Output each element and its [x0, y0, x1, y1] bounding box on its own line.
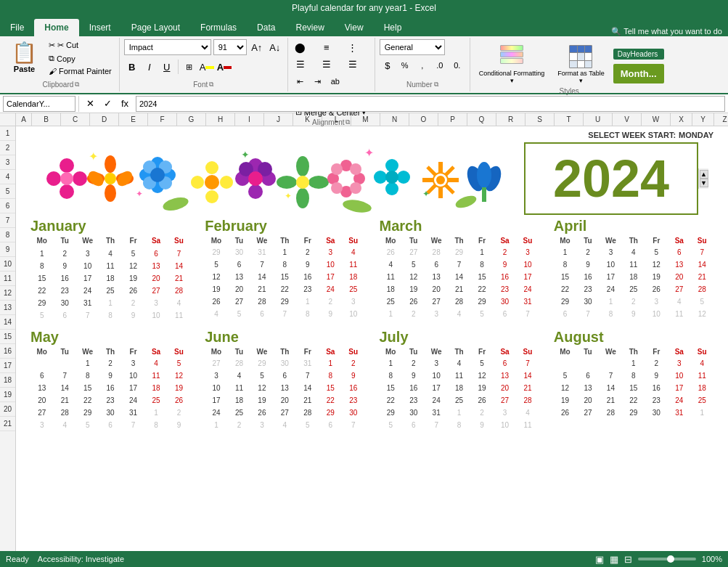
day-cell[interactable]: 4: [516, 407, 539, 419]
day-cell[interactable]: [53, 431, 75, 433]
day-cell[interactable]: 3: [342, 295, 364, 308]
font-expand-icon[interactable]: ⧉: [209, 81, 213, 89]
decrease-indent-button[interactable]: ⇤: [293, 73, 308, 89]
day-cell[interactable]: 18: [691, 382, 713, 394]
day-cell[interactable]: 27: [402, 246, 425, 258]
day-cell[interactable]: [691, 320, 713, 322]
zoom-slider[interactable]: [638, 558, 696, 560]
day-cell[interactable]: 13: [668, 258, 690, 271]
day-cell[interactable]: 6: [668, 246, 690, 258]
day-cell[interactable]: 24: [425, 394, 447, 407]
fill-color-button[interactable]: A: [199, 59, 215, 75]
day-cell[interactable]: [576, 420, 599, 422]
day-cell[interactable]: 11: [99, 260, 121, 272]
day-cell[interactable]: 6: [144, 248, 167, 260]
number-expand-icon[interactable]: ⧉: [434, 81, 438, 89]
day-cell[interactable]: 9: [402, 370, 425, 382]
day-cell[interactable]: 5: [380, 419, 402, 431]
day-cell[interactable]: 8: [600, 308, 622, 320]
day-cell[interactable]: 18: [380, 283, 402, 295]
day-cell[interactable]: 13: [144, 260, 167, 272]
day-cell[interactable]: 7: [296, 370, 319, 382]
day-cell[interactable]: 6: [425, 258, 447, 271]
day-cell[interactable]: 8: [319, 370, 342, 382]
day-cell[interactable]: 26: [250, 407, 273, 419]
day-cell[interactable]: 6: [554, 308, 576, 320]
day-cell[interactable]: 3: [144, 297, 167, 309]
day-cell[interactable]: 22: [554, 283, 576, 295]
day-cell[interactable]: [205, 320, 227, 322]
day-headers-style-button[interactable]: DayHeaders: [613, 49, 664, 60]
day-cell[interactable]: [554, 420, 576, 422]
day-cell[interactable]: 21: [168, 272, 190, 285]
day-cell[interactable]: 3: [516, 246, 539, 258]
day-cell[interactable]: [319, 431, 342, 433]
day-cell[interactable]: 8: [296, 308, 319, 320]
day-cell[interactable]: 1: [76, 357, 99, 370]
day-cell[interactable]: [470, 320, 493, 322]
day-cell[interactable]: 16: [576, 271, 599, 283]
day-cell[interactable]: 23: [576, 283, 599, 295]
day-cell[interactable]: 21: [600, 394, 622, 407]
day-cell[interactable]: 14: [168, 260, 190, 272]
day-cell[interactable]: 30: [402, 407, 425, 419]
day-cell[interactable]: [122, 431, 144, 433]
day-cell[interactable]: 8: [30, 260, 53, 272]
day-cell[interactable]: 8: [622, 370, 645, 382]
day-cell[interactable]: 7: [600, 370, 622, 382]
day-cell[interactable]: 29: [250, 357, 273, 370]
day-cell[interactable]: 5: [691, 295, 713, 308]
day-cell[interactable]: [645, 320, 668, 322]
day-cell[interactable]: 25: [99, 285, 121, 297]
font-size-select[interactable]: 91: [213, 39, 247, 55]
day-cell[interactable]: 9: [494, 258, 516, 271]
day-cell[interactable]: [576, 320, 599, 322]
day-cell[interactable]: 10: [494, 419, 516, 431]
number-format-select[interactable]: General: [380, 39, 445, 55]
day-cell[interactable]: 9: [53, 260, 75, 272]
day-cell[interactable]: 27: [205, 357, 227, 370]
day-cell[interactable]: 22: [622, 394, 645, 407]
day-cell[interactable]: [250, 431, 273, 433]
day-cell[interactable]: 12: [168, 370, 190, 382]
day-cell[interactable]: 28: [516, 394, 539, 407]
day-cell[interactable]: 27: [274, 407, 296, 419]
day-cell[interactable]: 8: [274, 258, 296, 271]
day-cell[interactable]: 28: [168, 285, 190, 297]
day-cell[interactable]: 10: [645, 308, 668, 320]
day-cell[interactable]: 1: [691, 407, 713, 419]
italic-button[interactable]: I: [142, 59, 158, 75]
day-cell[interactable]: 20: [576, 394, 599, 407]
day-cell[interactable]: 6: [274, 370, 296, 382]
align-left-button[interactable]: ☰: [293, 56, 308, 72]
format-as-table-button[interactable]: Format as Table ▾: [553, 42, 608, 87]
day-cell[interactable]: 3: [668, 357, 690, 370]
day-cell[interactable]: [554, 357, 576, 370]
day-cell[interactable]: 10: [76, 260, 99, 272]
day-cell[interactable]: 29: [622, 407, 645, 419]
day-cell[interactable]: [30, 431, 53, 433]
day-cell[interactable]: 21: [53, 394, 75, 407]
day-cell[interactable]: 5: [296, 419, 319, 431]
day-cell[interactable]: [99, 431, 121, 433]
day-cell[interactable]: 26: [645, 283, 668, 295]
day-cell[interactable]: 1: [30, 248, 53, 260]
day-cell[interactable]: 19: [168, 382, 190, 394]
day-cell[interactable]: 2: [319, 295, 342, 308]
day-cell[interactable]: 22: [76, 394, 99, 407]
day-cell[interactable]: 14: [516, 370, 539, 382]
day-cell[interactable]: [274, 431, 296, 433]
day-cell[interactable]: 2: [470, 407, 493, 419]
day-cell[interactable]: 4: [228, 370, 250, 382]
day-cell[interactable]: 28: [296, 407, 319, 419]
day-cell[interactable]: 3: [645, 295, 668, 308]
day-cell[interactable]: [668, 420, 690, 422]
day-cell[interactable]: 2: [645, 357, 668, 370]
day-cell[interactable]: 5: [228, 308, 250, 320]
day-cell[interactable]: 31: [122, 407, 144, 419]
day-cell[interactable]: 26: [554, 407, 576, 419]
day-cell[interactable]: 9: [168, 419, 190, 431]
day-cell[interactable]: 25: [448, 394, 470, 407]
day-cell[interactable]: 5: [30, 309, 53, 322]
tell-me-input[interactable]: 🔍 Tell me what you want to do: [611, 27, 722, 36]
